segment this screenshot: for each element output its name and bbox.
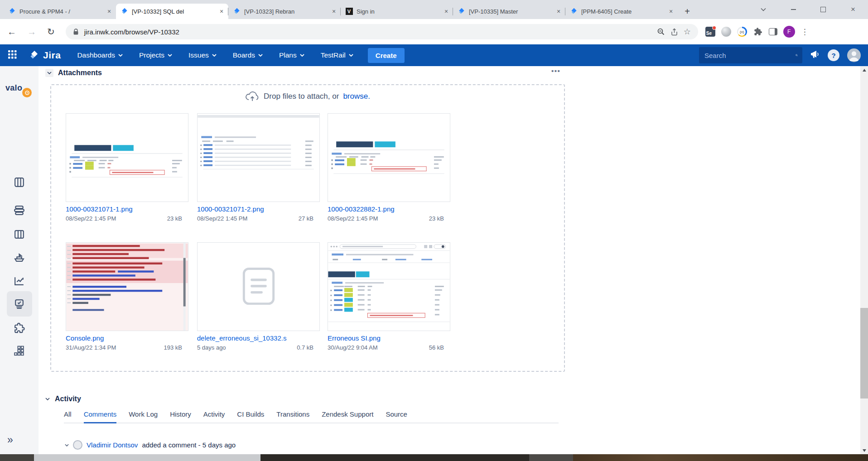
new-tab-button[interactable]: +	[680, 5, 694, 18]
tab-close-icon[interactable]: ×	[105, 7, 113, 15]
extensions-puzzle-icon[interactable]	[753, 27, 763, 37]
nav-menu-plans[interactable]: Plans	[279, 51, 304, 59]
help-icon[interactable]: ?	[828, 49, 839, 61]
scrollbar-thumb[interactable]	[860, 308, 868, 399]
cloud-upload-icon	[245, 91, 260, 102]
sidebar-item-addons-icon[interactable]	[7, 315, 32, 341]
tab-close-icon[interactable]: ×	[442, 7, 450, 15]
create-button[interactable]: Create	[368, 48, 405, 63]
user-avatar[interactable]	[847, 48, 861, 62]
address-bar[interactable]: jira.inwk.com/browse/VP-10332 ☆	[66, 24, 698, 39]
search-box[interactable]	[699, 47, 802, 63]
sidebar-item-issues-selected[interactable]	[7, 291, 32, 317]
bookmark-star-icon[interactable]: ☆	[684, 27, 691, 37]
attachments-options-icon[interactable]: •••	[551, 67, 560, 75]
back-button[interactable]: ←	[7, 27, 16, 37]
attachment-filename[interactable]: delete_erroneous_si_10332.s	[197, 334, 320, 342]
file-document-icon	[198, 243, 319, 331]
attachment-meta: 30/Aug/22 9:04 AM56 kB	[328, 344, 450, 351]
attachments-dropzone[interactable]: Drop files to attach, or browse.	[50, 84, 565, 372]
zoom-page-icon[interactable]	[657, 28, 665, 36]
nav-menu-issues[interactable]: Issues	[188, 51, 217, 59]
announcement-icon[interactable]	[810, 50, 820, 61]
attachment-thumbnail[interactable]	[197, 242, 320, 331]
jira-logo[interactable]: Jira	[29, 50, 61, 61]
collapse-chevron-icon[interactable]	[65, 444, 69, 447]
nav-menu-projects[interactable]: Projects	[139, 51, 172, 59]
scroll-down-icon[interactable]	[860, 447, 868, 454]
sidebar-item-releases-icon[interactable]	[7, 245, 32, 270]
nav-menu-testrail[interactable]: TestRail	[321, 51, 353, 59]
tab-close-icon[interactable]: ×	[555, 7, 563, 15]
minimize-button[interactable]	[778, 0, 808, 19]
tab-search-icon[interactable]	[748, 0, 778, 19]
selenium-extension-icon[interactable]: Se	[705, 27, 715, 37]
extension-x-icon[interactable]: (x)	[737, 27, 747, 37]
chrome-profile-avatar[interactable]: F	[783, 26, 795, 38]
side-panel-icon[interactable]	[769, 28, 777, 35]
comment-author-link[interactable]: Vladimir Dontsov	[87, 441, 138, 449]
tab-all[interactable]: All	[64, 410, 72, 418]
attachment-thumbnail[interactable]	[66, 113, 188, 202]
nav-menu-boards[interactable]: Boards	[233, 51, 263, 59]
tab-activity[interactable]: Activity	[203, 410, 225, 418]
browser-toolbar: ← → ↻ jira.inwk.com/browse/VP-10332 ☆ Se…	[0, 19, 868, 44]
tab-zendesk-support[interactable]: Zendesk Support	[322, 410, 373, 418]
collapse-chevron-icon[interactable]	[45, 69, 53, 77]
sidebar-item-components-icon[interactable]	[7, 338, 32, 364]
tab-work-log[interactable]: Work Log	[129, 410, 158, 418]
activity-header[interactable]: Activity	[45, 395, 81, 403]
vertical-scrollbar[interactable]	[860, 66, 868, 454]
attachments-header[interactable]: Attachments	[45, 69, 102, 77]
sidebar-item-columns-icon[interactable]	[7, 221, 32, 247]
tab-close-icon[interactable]: ×	[667, 7, 675, 15]
attachment-thumbnail-preview	[328, 114, 450, 202]
app-switcher-icon[interactable]	[8, 50, 17, 61]
attachment-filename[interactable]: 1000-00322882-1.png	[328, 205, 450, 213]
chevron-down-icon	[168, 54, 172, 57]
attachment-thumbnail[interactable]	[328, 113, 450, 202]
attachment-thumbnail[interactable]	[197, 113, 320, 202]
browser-tab[interactable]: Procure & PPM4 - / ×	[4, 4, 116, 19]
browser-tab[interactable]: [VP-10335] Master ×	[453, 4, 565, 19]
attachment-filename[interactable]: 1000-00321071-1.png	[66, 205, 188, 213]
tab-ci-builds[interactable]: CI Builds	[237, 410, 264, 418]
forward-button[interactable]: →	[27, 27, 36, 37]
sidebar-item-board-icon[interactable]	[7, 169, 32, 195]
url-text[interactable]: jira.inwk.com/browse/VP-10332	[84, 28, 179, 36]
horizontal-scrollbar[interactable]	[0, 454, 868, 461]
tab-history[interactable]: History	[170, 410, 191, 418]
chrome-menu-icon[interactable]: ⋮	[801, 27, 809, 37]
browser-tab[interactable]: V Sign in ×	[341, 4, 453, 19]
browse-link[interactable]: browse.	[343, 92, 370, 101]
restore-button[interactable]	[808, 0, 838, 19]
browser-tab-active[interactable]: [VP-10332] SQL del ×	[116, 4, 228, 19]
browser-tab[interactable]: [VP-10323] Rebran ×	[228, 4, 341, 19]
attachment-filename[interactable]: 1000-00321071-2.png	[197, 205, 320, 213]
search-input[interactable]	[704, 51, 796, 60]
jira-wordmark: Jira	[43, 50, 61, 61]
browser-tab[interactable]: [PPM-6405] Create ×	[565, 4, 678, 19]
reload-button[interactable]: ↻	[47, 26, 55, 37]
attachment-filename[interactable]: Erroneous SI.png	[328, 334, 450, 342]
share-icon[interactable]	[670, 28, 678, 36]
attachment-thumbnail[interactable]	[328, 242, 450, 331]
scroll-up-icon[interactable]	[860, 66, 868, 74]
tab-transitions[interactable]: Transitions	[276, 410, 309, 418]
attachment-thumbnail[interactable]	[66, 242, 188, 331]
extension-sphere-icon[interactable]	[721, 27, 731, 37]
activity-tabs: All Comments Work Log History Activity C…	[64, 410, 559, 423]
tab-close-icon[interactable]: ×	[330, 7, 338, 15]
sidebar-item-reports-icon[interactable]	[7, 268, 32, 293]
attachment-filename[interactable]: Console.png	[66, 334, 188, 342]
chevron-down-icon	[212, 54, 217, 57]
sidebar-item-queues-icon[interactable]	[7, 197, 32, 223]
chevron-down-icon	[258, 54, 263, 57]
tab-comments[interactable]: Comments	[84, 410, 117, 418]
sidebar-expand-icon[interactable]: »	[7, 434, 13, 446]
chevron-down-icon	[118, 54, 123, 57]
nav-menu-dashboards[interactable]: Dashboards	[77, 51, 123, 59]
tab-source[interactable]: Source	[386, 410, 407, 418]
tab-close-icon[interactable]: ×	[217, 7, 226, 15]
close-button[interactable]: ×	[838, 0, 868, 19]
